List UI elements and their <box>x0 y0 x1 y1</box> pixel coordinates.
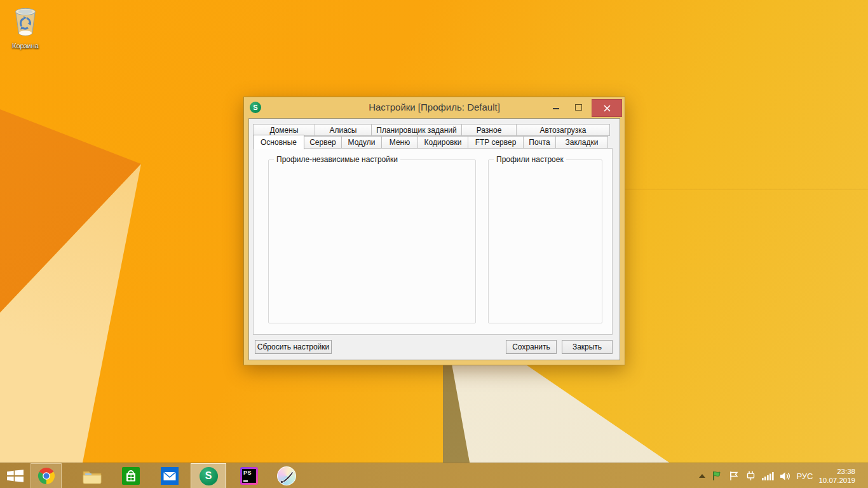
tab-zakladki[interactable]: Закладки <box>555 136 608 149</box>
desktop: Корзина S Настройки [Профиль: Default] <box>0 0 868 488</box>
system-tray: РУС 23:38 10.07.2019 <box>699 463 855 488</box>
tab-raznoe[interactable]: Разное <box>461 124 517 136</box>
speaker-icon <box>780 471 790 481</box>
taskbar: S PS <box>0 463 868 488</box>
tray-clock[interactable]: 23:38 10.07.2019 <box>818 467 855 485</box>
taskbar-krita-button[interactable] <box>277 466 296 485</box>
recycle-bin-label: Корзина <box>4 42 47 50</box>
taskbar-openserver-button[interactable]: S <box>199 466 218 485</box>
tray-openserver-flag[interactable] <box>711 470 722 482</box>
maximize-button[interactable] <box>569 99 587 116</box>
tray-network[interactable] <box>762 471 774 481</box>
group-profiles: Профили настроек <box>488 159 602 323</box>
taskbar-chrome-button[interactable] <box>37 466 56 485</box>
chrome-icon <box>37 467 55 485</box>
tab-ftp-server[interactable]: FTP сервер <box>468 136 524 149</box>
windows-store-icon <box>122 467 140 485</box>
settings-window: S Настройки [Профиль: Default] Домены Ал… <box>243 97 625 365</box>
start-button[interactable] <box>6 466 25 485</box>
window-client: Домены Алиасы Планировщик заданий Разное… <box>248 118 620 360</box>
tab-avtozagruzka[interactable]: Автозагрузка <box>516 124 610 136</box>
taskbar-phpstorm-button[interactable]: PS <box>240 466 259 485</box>
taskbar-mail-button[interactable] <box>160 466 179 485</box>
close-button[interactable] <box>592 99 622 117</box>
maximize-icon <box>575 104 582 111</box>
mail-icon <box>161 467 179 485</box>
tab-osnovnye[interactable]: Основные <box>253 135 304 149</box>
close-icon <box>604 105 611 112</box>
start-icon <box>7 470 24 482</box>
white-flag-icon <box>728 470 740 482</box>
minimize-button[interactable] <box>547 99 565 116</box>
tab-aliasy[interactable]: Алиасы <box>315 124 372 136</box>
close-window-button[interactable]: Закрыть <box>562 340 613 354</box>
recycle-bin[interactable]: Корзина <box>4 5 47 50</box>
tab-planirovshchik[interactable]: Планировщик заданий <box>371 124 462 136</box>
network-signal-icon <box>762 471 774 481</box>
save-button[interactable]: Сохранить <box>506 340 557 354</box>
file-explorer-icon <box>83 468 102 484</box>
group-profile-independent: Профиле-независимые настройки <box>268 159 476 323</box>
tab-pochta[interactable]: Почта <box>523 136 556 149</box>
minimize-icon <box>553 108 559 109</box>
phpstorm-icon: PS <box>240 467 258 485</box>
titlebar[interactable]: S Настройки [Профиль: Default] <box>244 97 625 118</box>
tab-kodirovki[interactable]: Кодировки <box>417 136 468 149</box>
recycle-bin-icon <box>11 29 40 40</box>
reset-settings-button[interactable]: Сбросить настройки <box>255 340 332 354</box>
krita-icon <box>277 466 296 485</box>
language-indicator[interactable]: РУС <box>796 471 813 481</box>
tab-menu[interactable]: Меню <box>381 136 418 149</box>
tray-power[interactable] <box>745 470 756 482</box>
tray-date: 10.07.2019 <box>818 476 855 485</box>
openserver-icon: S <box>200 467 218 485</box>
power-plug-icon <box>745 470 756 482</box>
tray-volume[interactable] <box>780 471 790 481</box>
expand-chevron-icon <box>699 474 705 478</box>
tab-moduli[interactable]: Модули <box>341 136 382 149</box>
group-legend: Профиле-независимые настройки <box>274 155 400 164</box>
green-flag-icon <box>711 470 722 482</box>
tab-server[interactable]: Сервер <box>304 136 342 149</box>
tray-expand-button[interactable] <box>699 474 705 478</box>
wallpaper-ridge <box>498 348 678 474</box>
tray-time: 23:38 <box>818 467 855 476</box>
tray-action-center[interactable] <box>728 470 740 482</box>
group-legend: Профили настроек <box>494 155 566 164</box>
taskbar-store-button[interactable] <box>121 466 140 485</box>
taskbar-explorer-button[interactable] <box>83 466 102 485</box>
